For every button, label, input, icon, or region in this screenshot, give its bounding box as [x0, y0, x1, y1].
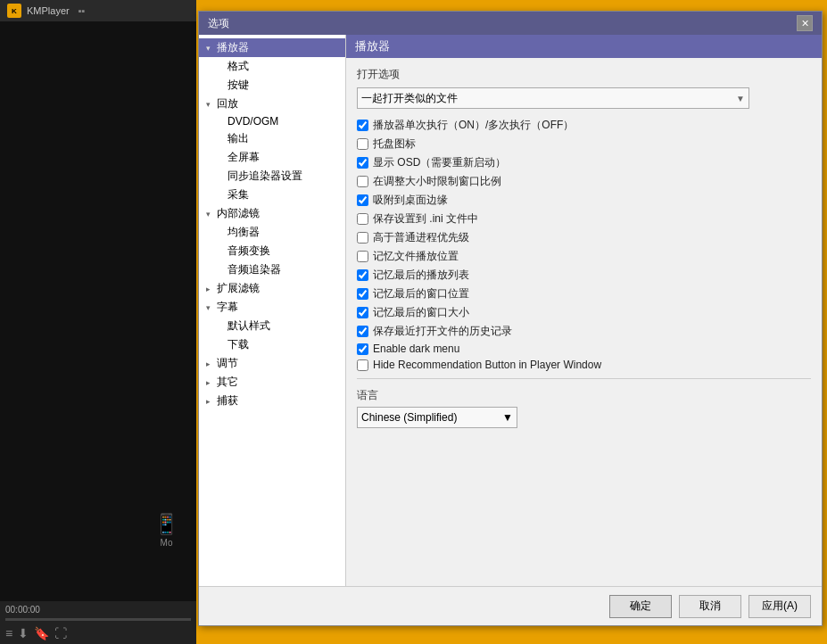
- tree-label-hotkey: 按键: [227, 78, 249, 93]
- tree-item-format[interactable]: 格式: [199, 57, 345, 76]
- kmplayer-progress-bar: [5, 618, 191, 621]
- language-dropdown[interactable]: Chinese (Simplified) ▼: [357, 407, 517, 428]
- tree-item-other[interactable]: ▸其它: [199, 373, 345, 392]
- tree-label-equalizer: 均衡器: [227, 225, 260, 240]
- tree-label-player: 播放器: [217, 40, 249, 55]
- kmplayer-playlist-btn[interactable]: ≡: [5, 626, 12, 640]
- checkbox-row-cb_remember_playlist: 记忆最后的播放列表: [357, 268, 811, 283]
- checkbox-cb_hide_recommendation[interactable]: [357, 359, 368, 371]
- language-value: Chinese (Simplified): [361, 411, 457, 424]
- tree-item-audio_renderer[interactable]: 音频追染器: [199, 260, 345, 279]
- tree-expand-icon-ext_filters: ▸: [206, 285, 215, 293]
- checkbox-cb_remember_window_size[interactable]: [357, 307, 368, 318]
- checkbox-label-cb_tray: 托盘图标: [373, 136, 416, 152]
- options-dialog: 选项 ✕ ▾播放器格式按键▾回放DVD/OGM输出全屏幕同步追染器设置采集▾内部…: [198, 11, 823, 626]
- tree-item-hotkey[interactable]: 按键: [199, 76, 345, 95]
- kmplayer-logo: K: [7, 4, 21, 18]
- close-button[interactable]: ✕: [797, 15, 813, 31]
- tree-item-fullscreen[interactable]: 全屏幕: [199, 148, 345, 167]
- checkbox-label-cb_dark_menu: Enable dark menu: [373, 343, 459, 355]
- tree-label-format: 格式: [227, 59, 249, 74]
- tree-item-default_style[interactable]: 默认样式: [199, 317, 345, 335]
- tree-label-capture2: 捕获: [217, 393, 238, 409]
- checkbox-cb_remember_pos[interactable]: [357, 251, 368, 262]
- options-content: 播放器 打开选项 一起打开类似的文件 ▼ 播放器单次执行（ON）/多次执行（OF…: [346, 35, 822, 586]
- tree-item-sync[interactable]: 同步追染器设置: [199, 167, 345, 186]
- tree-label-playback: 回放: [217, 96, 238, 111]
- kmplayer-title: KMPlayer: [27, 5, 70, 16]
- checkbox-cb_remember_window_pos[interactable]: [357, 288, 368, 300]
- dialog-title: 选项: [208, 16, 229, 31]
- tree-item-dvd[interactable]: DVD/OGM: [199, 113, 345, 129]
- checkbox-row-cb_snap: 吸附到桌面边缘: [357, 193, 811, 208]
- checkbox-cb_osd[interactable]: [357, 157, 368, 169]
- kmplayer-controls-bar: 00:00:00 ≡ ⬇ 🔖 ⛶: [0, 601, 196, 644]
- tree-item-player[interactable]: ▾播放器: [199, 38, 345, 57]
- tree-item-playback[interactable]: ▾回放: [199, 95, 345, 113]
- tree-label-download: 下载: [227, 337, 249, 352]
- kmplayer-background: K KMPlayer ▪▪ 📱 Mo 00:00:00 ≡ ⬇ 🔖 ⛶: [0, 0, 196, 644]
- tree-label-fullscreen: 全屏幕: [227, 150, 260, 165]
- tree-item-filters[interactable]: ▾内部滤镜: [199, 204, 345, 223]
- apply-button[interactable]: 应用(A): [748, 595, 811, 618]
- checkbox-label-cb_priority: 高于普通进程优先级: [373, 230, 469, 245]
- tree-item-capture[interactable]: 采集: [199, 186, 345, 204]
- tree-item-capture2[interactable]: ▸捕获: [199, 392, 345, 410]
- kmplayer-mobile-icon: 📱 Mo: [154, 513, 178, 548]
- checkbox-cb_snap[interactable]: [357, 194, 368, 206]
- checkbox-cb_resize[interactable]: [357, 176, 368, 187]
- kmplayer-fullscreen-btn[interactable]: ⛶: [54, 626, 67, 640]
- tree-label-sync: 同步追染器设置: [227, 169, 302, 184]
- tree-item-output[interactable]: 输出: [199, 129, 345, 148]
- checkbox-cb_remember_playlist[interactable]: [357, 269, 368, 281]
- kmplayer-video-area: 📱 Mo: [0, 21, 196, 601]
- kmplayer-titlebar: K KMPlayer ▪▪: [0, 0, 196, 21]
- divider: [357, 378, 811, 379]
- section-header: 播放器: [346, 35, 822, 58]
- tree-item-adjust[interactable]: ▸调节: [199, 354, 345, 373]
- dialog-body: ▾播放器格式按键▾回放DVD/OGM输出全屏幕同步追染器设置采集▾内部滤镜均衡器…: [199, 35, 822, 586]
- ok-button[interactable]: 确定: [609, 595, 672, 618]
- checkbox-row-cb_tray: 托盘图标: [357, 136, 811, 152]
- checkbox-label-cb_hide_recommendation: Hide Recommendation Button in Player Win…: [373, 359, 601, 371]
- checkbox-row-cb_remember_window_pos: 记忆最后的窗口位置: [357, 286, 811, 301]
- checkbox-row-cb_recent_files: 保存最近打开文件的历史记录: [357, 324, 811, 339]
- checkbox-cb_recent_files[interactable]: [357, 326, 368, 337]
- tree-expand-icon-other: ▸: [206, 378, 215, 387]
- checkbox-row-cb_dark_menu: Enable dark menu: [357, 343, 811, 355]
- tree-expand-icon-playback: ▾: [206, 100, 215, 109]
- kmplayer-bookmark-btn[interactable]: 🔖: [34, 626, 49, 640]
- tree-item-audio_convert[interactable]: 音频变换: [199, 242, 345, 260]
- tree-label-output: 输出: [227, 131, 249, 146]
- checkbox-row-cb_osd: 显示 OSD（需要重新启动）: [357, 155, 811, 170]
- checkbox-cb_dark_menu[interactable]: [357, 343, 368, 355]
- checkbox-row-cb_save_ini: 保存设置到 .ini 文件中: [357, 211, 811, 227]
- tree-item-equalizer[interactable]: 均衡器: [199, 223, 345, 242]
- tree-label-audio_renderer: 音频追染器: [227, 262, 281, 277]
- checkbox-cb_tray[interactable]: [357, 138, 368, 150]
- checkbox-row-cb_resize: 在调整大小时限制窗口比例: [357, 174, 811, 189]
- checkbox-row-cb_priority: 高于普通进程优先级: [357, 230, 811, 245]
- checkbox-label-cb_recent_files: 保存最近打开文件的历史记录: [373, 324, 512, 339]
- kmplayer-control-buttons: ≡ ⬇ 🔖 ⛶: [5, 626, 191, 640]
- checkbox-label-cb_osd: 显示 OSD（需要重新启动）: [373, 155, 506, 170]
- kmplayer-download-btn[interactable]: ⬇: [18, 626, 29, 640]
- checkbox-label-cb_remember_window_pos: 记忆最后的窗口位置: [373, 286, 469, 301]
- tree-label-other: 其它: [217, 375, 238, 390]
- dropdown-arrow: ▼: [736, 94, 745, 103]
- content-inner: 打开选项 一起打开类似的文件 ▼ 播放器单次执行（ON）/多次执行（OFF）托盘…: [346, 67, 822, 439]
- checkbox-row-cb_single_play: 播放器单次执行（ON）/多次执行（OFF）: [357, 118, 811, 133]
- checkbox-cb_priority[interactable]: [357, 232, 368, 244]
- tree-expand-icon-filters: ▾: [206, 210, 215, 219]
- tree-item-subtitles[interactable]: ▾字幕: [199, 298, 345, 317]
- checkbox-cb_single_play[interactable]: [357, 120, 368, 131]
- language-label: 语言: [357, 388, 811, 403]
- tree-item-ext_filters[interactable]: ▸扩展滤镜: [199, 279, 345, 298]
- tree-item-download[interactable]: 下载: [199, 335, 345, 354]
- tree-expand-icon-capture2: ▸: [206, 397, 215, 406]
- open-mode-dropdown[interactable]: 一起打开类似的文件 ▼: [357, 87, 749, 109]
- tree-label-capture: 采集: [227, 187, 249, 202]
- cancel-button[interactable]: 取消: [679, 595, 741, 618]
- checkbox-cb_save_ini[interactable]: [357, 213, 368, 225]
- checkbox-label-cb_remember_playlist: 记忆最后的播放列表: [373, 268, 469, 283]
